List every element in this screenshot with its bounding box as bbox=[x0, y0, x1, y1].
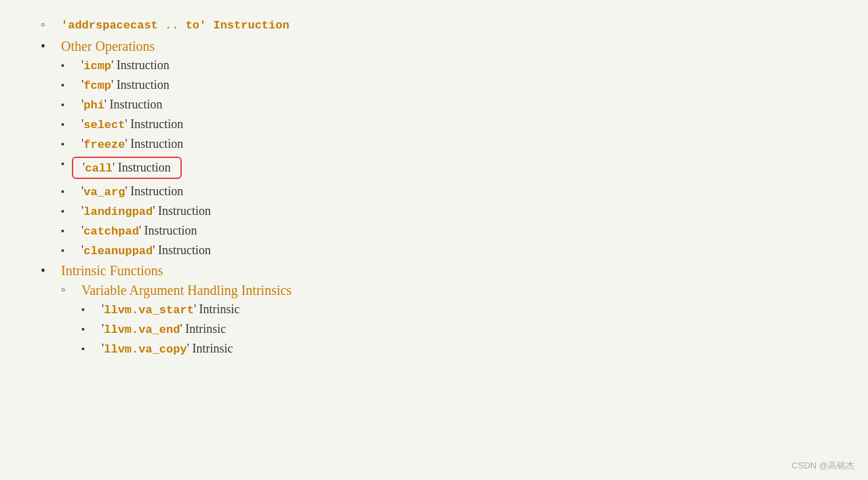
llvm-va-end-label: 'llvm.va_end' Intrinsic bbox=[102, 322, 226, 336]
landingpad-item: 'landingpad' Instruction bbox=[61, 204, 841, 218]
select-item: 'select' Instruction bbox=[61, 117, 841, 132]
icmp-label: 'icmp' Instruction bbox=[81, 58, 170, 72]
landingpad-label: 'landingpad' Instruction bbox=[81, 204, 211, 218]
llvm-va-start-item: 'llvm.va_start' Intrinsic bbox=[81, 302, 841, 317]
fcmp-item: 'fcmp' Instruction bbox=[61, 78, 841, 92]
phi-label: 'phi' Instruction bbox=[81, 98, 163, 111]
list-item-intrinsic-functions: Intrinsic Functions Variable Argument Ha… bbox=[41, 263, 841, 356]
addrspacecast-item: 'addrspacecast .. to' Instruction bbox=[41, 18, 841, 32]
fcmp-label: 'fcmp' Instruction bbox=[81, 78, 170, 92]
icmp-item: 'icmp' Instruction bbox=[61, 58, 841, 73]
other-operations-list: 'icmp' Instruction 'fcmp' Instruction 'p… bbox=[61, 58, 841, 258]
llvm-va-copy-item: 'llvm.va_copy' Intrinsic bbox=[81, 342, 841, 356]
main-list: Other Operations 'icmp' Instruction 'fcm… bbox=[41, 39, 841, 356]
other-operations-heading[interactable]: Other Operations bbox=[61, 39, 155, 54]
watermark: CSDN @高铭杰 bbox=[791, 460, 854, 472]
freeze-label: 'freeze' Instruction bbox=[81, 137, 183, 151]
llvm-va-copy-label: 'llvm.va_copy' Intrinsic bbox=[102, 342, 233, 355]
select-label: 'select' Instruction bbox=[81, 117, 183, 131]
variable-argument-item: Variable Argument Handling Intrinsics 'l… bbox=[61, 283, 841, 356]
cleanuppad-label: 'cleanuppad' Instruction bbox=[81, 243, 211, 257]
freeze-item: 'freeze' Instruction bbox=[61, 137, 841, 151]
main-content: 'addrspacecast .. to' Instruction Other … bbox=[27, 18, 841, 356]
catchpad-item: 'catchpad' Instruction bbox=[61, 224, 841, 238]
va-arg-item: 'va_arg' Instruction bbox=[61, 184, 841, 199]
list-item-other-operations: Other Operations 'icmp' Instruction 'fcm… bbox=[41, 39, 841, 258]
phi-item: 'phi' Instruction bbox=[61, 98, 841, 112]
addrspacecast-code: 'addrspacecast .. to' Instruction bbox=[61, 19, 290, 32]
variable-argument-list: 'llvm.va_start' Intrinsic 'llvm.va_end' … bbox=[81, 302, 841, 356]
call-highlighted[interactable]: 'call' Instruction bbox=[72, 157, 182, 179]
cleanuppad-item: 'cleanuppad' Instruction bbox=[61, 243, 841, 258]
variable-argument-heading[interactable]: Variable Argument Handling Intrinsics bbox=[81, 283, 292, 298]
va-arg-label: 'va_arg' Instruction bbox=[81, 184, 183, 198]
intrinsic-functions-heading[interactable]: Intrinsic Functions bbox=[61, 263, 163, 278]
llvm-va-end-item: 'llvm.va_end' Intrinsic bbox=[81, 322, 841, 336]
call-item[interactable]: 'call' Instruction bbox=[61, 157, 841, 179]
llvm-va-start-label: 'llvm.va_start' Intrinsic bbox=[102, 302, 240, 316]
catchpad-label: 'catchpad' Instruction bbox=[81, 224, 197, 237]
intrinsic-functions-list: Variable Argument Handling Intrinsics 'l… bbox=[61, 283, 841, 356]
